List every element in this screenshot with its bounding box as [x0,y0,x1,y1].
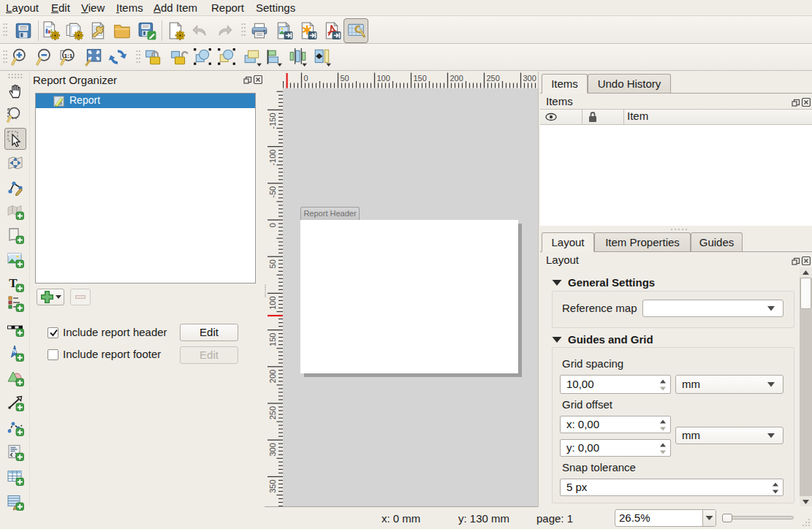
svg-text:100: 100 [377,74,390,83]
svg-text:250: 250 [268,406,277,419]
svg-text:1:1: 1:1 [64,53,73,59]
svg-text:N: N [12,349,16,354]
svg-text:150: 150 [414,74,427,83]
svg-text:-100: -100 [268,150,277,166]
svg-text:300: 300 [523,74,536,83]
svg-text:350: 350 [268,479,277,492]
svg-text:200: 200 [268,370,277,383]
svg-text:-50: -50 [268,186,277,198]
svg-text:50: 50 [341,74,349,83]
svg-text:300: 300 [268,443,277,456]
svg-text:50: 50 [268,259,277,268]
svg-text:0: 0 [268,223,277,227]
svg-text:0: 0 [304,74,308,83]
svg-text:100: 100 [268,296,277,309]
svg-text:200: 200 [450,74,463,83]
svg-text:150: 150 [268,333,277,346]
svg-text:250: 250 [487,74,500,83]
svg-text:-150: -150 [268,113,277,129]
